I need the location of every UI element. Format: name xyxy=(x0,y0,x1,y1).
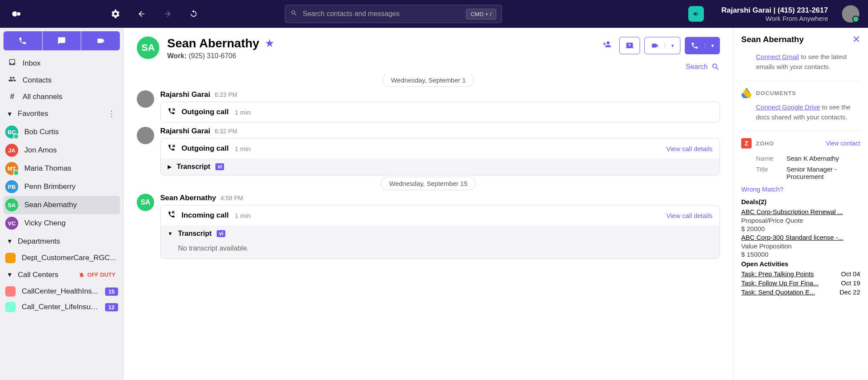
call-direction-icon xyxy=(168,211,175,220)
deal-link[interactable]: ABC Corp-300 Standard license -... xyxy=(741,233,860,242)
avatar: VC xyxy=(5,217,18,230)
nav-hash[interactable]: #All channels xyxy=(3,89,120,105)
transcript-label: Transcript xyxy=(177,163,210,171)
field-label: Name xyxy=(756,155,778,162)
refresh-icon[interactable] xyxy=(189,10,198,18)
timeline-entry: Rajarshi Garai6:23 PMOutgoing call1 min xyxy=(137,90,720,122)
sidebar: InboxContacts#All channels ▾ Favorites ⋮… xyxy=(0,28,124,380)
deal-amount: $ 150000 xyxy=(741,250,860,258)
field-label: Title xyxy=(756,165,778,180)
details-panel: Sean Abernathy ✕ Connect Gmail to see th… xyxy=(733,28,868,380)
call-card: Outgoing call1 minView call details▶Tran… xyxy=(160,138,720,175)
app-logo[interactable] xyxy=(9,6,24,22)
user-info[interactable]: Rajarshi Garai | (415) 231-2617 Work Fro… xyxy=(721,6,828,22)
sidebar-favorite[interactable]: MTMaria Thomas xyxy=(3,159,120,178)
call-card: Outgoing call1 min xyxy=(160,102,720,122)
connect-gmail-link[interactable]: Connect Gmail xyxy=(756,53,799,60)
activity-date: Dec 22 xyxy=(839,288,860,296)
dept-icon xyxy=(5,253,16,263)
close-icon[interactable]: ✕ xyxy=(852,34,860,45)
departments-header[interactable]: ▾ Departments xyxy=(3,232,120,250)
activity-link[interactable]: Task: Send Quotation E... xyxy=(741,288,815,296)
voice-call-button[interactable]: ▾ xyxy=(685,37,720,54)
sidebar-department[interactable]: Dept_CustomerCare_RGC... xyxy=(3,250,120,266)
wrong-match-link[interactable]: Wrong Match? xyxy=(741,182,860,196)
activity-row: Task: Prep Talking PointsOct 04 xyxy=(741,269,860,278)
sidebar-favorite[interactable]: SASean Abernathy xyxy=(3,196,120,214)
sidebar-callcenter[interactable]: Call_Center_LifeInsur...12 xyxy=(3,299,120,315)
zoho-icon: Z xyxy=(741,138,752,149)
new-message-button[interactable] xyxy=(43,31,81,50)
timeline-search[interactable]: Search xyxy=(124,63,733,75)
transcript-toggle[interactable]: ▼Transcriptvi xyxy=(161,225,719,242)
view-contact-link[interactable]: View contact xyxy=(826,140,860,147)
user-status: Work From Anywhere xyxy=(721,15,828,22)
view-call-details-link[interactable]: View call details xyxy=(667,212,713,219)
chevron-down-icon: ▾ xyxy=(8,270,12,279)
call-duration: 1 min xyxy=(235,212,251,219)
settings-icon[interactable] xyxy=(111,10,120,18)
favorites-header[interactable]: ▾ Favorites ⋮ xyxy=(3,105,120,123)
callcenters-header[interactable]: ▾ Call Centers OFF DUTY xyxy=(3,266,120,284)
star-icon[interactable]: ★ xyxy=(265,38,274,49)
favorites-more-icon[interactable]: ⋮ xyxy=(108,109,116,119)
search-box[interactable]: CMD + / xyxy=(285,5,502,23)
transcript-toggle[interactable]: ▶Transcriptvi xyxy=(161,159,719,175)
call-duration: 1 min xyxy=(235,145,251,152)
off-duty-badge: OFF DUTY xyxy=(79,271,116,278)
sidebar-favorite[interactable]: JAJon Amos xyxy=(3,141,120,159)
video-call-button[interactable]: ▾ xyxy=(644,37,680,54)
sidebar-favorite[interactable]: PBPenn Brimberry xyxy=(3,178,120,196)
deal-stage: Proposal/Price Quote xyxy=(741,216,860,225)
favorite-name: Sean Abernathy xyxy=(24,201,77,209)
documents-label: DOCUMENTS xyxy=(756,90,796,96)
user-avatar[interactable] xyxy=(842,5,859,23)
favorite-name: Penn Brimberry xyxy=(24,182,76,191)
new-call-button[interactable] xyxy=(3,31,42,50)
departments-label: Departments xyxy=(18,237,60,246)
avatar: MT xyxy=(5,162,18,175)
call-direction-icon xyxy=(168,107,175,117)
gmail-connect-text: Connect Gmail to see the latest emails w… xyxy=(741,52,860,72)
activity-row: Task: Send Quotation E...Dec 22 xyxy=(741,287,860,297)
chevron-down-icon: ▾ xyxy=(8,109,12,119)
date-separator: Wednesday, September 15 xyxy=(137,180,720,188)
new-video-button[interactable] xyxy=(81,31,120,50)
call-direction-icon xyxy=(168,144,175,153)
svg-point-2 xyxy=(17,12,20,16)
favorite-name: Bob Curtis xyxy=(24,128,59,136)
cc-name: Call_Center_LifeInsur... xyxy=(22,303,99,311)
deal-link[interactable]: ABC Corp-Subscription Renewal ... xyxy=(741,207,860,216)
main-panel: SA Sean Abernathy ★ Work: (925) 310-6706 xyxy=(124,28,733,380)
avatar: JA xyxy=(5,144,18,157)
vi-badge: vi xyxy=(215,163,224,170)
forward-icon xyxy=(163,10,172,18)
nav-label: All channels xyxy=(23,93,63,101)
transcript-label: Transcript xyxy=(178,230,211,238)
nav-inbox[interactable]: Inbox xyxy=(3,55,120,72)
connect-gdrive-link[interactable]: Connect Google Drive xyxy=(756,103,820,111)
activity-link[interactable]: Task: Prep Talking Points xyxy=(741,270,814,278)
sidebar-callcenter[interactable]: CallCenter_HealthIns...15 xyxy=(3,284,120,299)
screen-share-button[interactable] xyxy=(619,37,640,54)
search-icon xyxy=(290,10,297,18)
call-dropdown-icon[interactable]: ▾ xyxy=(705,43,720,49)
announce-button[interactable] xyxy=(688,6,704,22)
contacts-icon xyxy=(8,75,17,85)
entry-time: 6:32 PM xyxy=(215,128,237,135)
call-type: Outgoing call xyxy=(182,108,229,116)
sidebar-favorite[interactable]: BCBob Curtis xyxy=(3,123,120,141)
panel-title: Sean Abernathy xyxy=(741,35,804,44)
sidebar-favorite[interactable]: VCVicky Cheng xyxy=(3,214,120,232)
add-contact-icon[interactable] xyxy=(599,36,615,54)
nav-contacts[interactable]: Contacts xyxy=(3,72,120,89)
activity-link[interactable]: Task: Follow Up For Fina... xyxy=(741,279,818,287)
field-value: Senior Manager - Procurement xyxy=(786,165,860,180)
back-icon[interactable] xyxy=(137,10,146,18)
view-call-details-link[interactable]: View call details xyxy=(667,145,713,152)
transcript-content: No transcript available. xyxy=(161,242,719,258)
video-dropdown-icon[interactable]: ▾ xyxy=(665,43,680,49)
search-input[interactable] xyxy=(303,10,461,18)
avatar: SA xyxy=(137,194,154,211)
zoho-field: TitleSenior Manager - Procurement xyxy=(741,164,860,182)
